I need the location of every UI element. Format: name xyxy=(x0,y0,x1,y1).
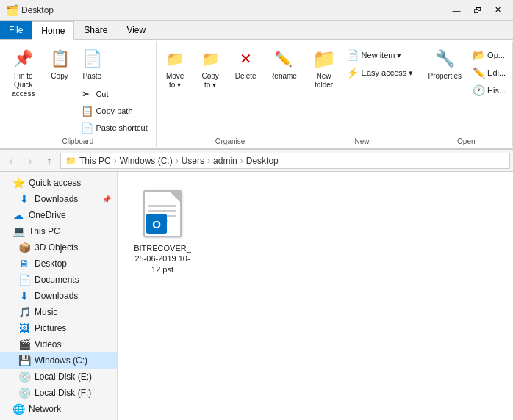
move-to-label: Moveto ▾ xyxy=(166,72,184,90)
forward-button[interactable]: › xyxy=(22,153,38,169)
open-label: Open xyxy=(457,137,475,145)
new-item-button[interactable]: 📄 New item ▾ xyxy=(342,47,417,63)
sidebar-item-local-e[interactable]: 💿 Local Disk (E:) xyxy=(0,369,117,385)
tab-home[interactable]: Home xyxy=(32,21,74,40)
path-desktop[interactable]: Desktop xyxy=(246,156,279,166)
easy-access-icon: ⚡ xyxy=(346,67,359,79)
delete-label: Delete xyxy=(235,72,256,81)
documents-icon: 📄 xyxy=(18,274,31,286)
cut-button[interactable]: ✂ Cut xyxy=(76,86,151,102)
ribbon-group-organise: 📁 Moveto ▾ 📁 Copyto ▾ ✕ Delete ✏️ Rename… xyxy=(157,41,305,147)
title-bar-title: Desktop xyxy=(21,5,54,15)
pictures-icon: 🖼 xyxy=(18,322,31,334)
minimize-button[interactable]: — xyxy=(447,3,466,18)
move-to-button[interactable]: 📁 Moveto ▾ xyxy=(158,44,192,93)
sidebar-item-network[interactable]: 🌐 Network xyxy=(0,401,117,417)
new-folder-icon: 📁 xyxy=(312,47,336,70)
desktop-icon: 🖥 xyxy=(18,258,31,269)
sidebar-item-downloads-quick[interactable]: ⬇ Downloads 📌 xyxy=(0,191,117,207)
pictures-label: Pictures xyxy=(35,323,66,333)
this-pc-label: This PC xyxy=(29,226,60,236)
tab-view[interactable]: View xyxy=(117,21,155,39)
sidebar-item-local-f[interactable]: 💿 Local Disk (F:) xyxy=(0,385,117,401)
file-item-bitrecover[interactable]: O BITRECOVER_25-06-2019 10-12.pst xyxy=(129,184,195,278)
title-bar: 🗂️ Desktop — 🗗 ✕ xyxy=(0,0,513,21)
sidebar-item-this-pc[interactable]: 💻 This PC xyxy=(0,223,117,239)
address-path[interactable]: 📁 This PC › Windows (C:) › Users › admin… xyxy=(60,153,510,169)
path-sep4: › xyxy=(240,156,243,166)
restore-button[interactable]: 🗗 xyxy=(467,3,487,18)
music-icon: 🎵 xyxy=(18,306,31,318)
clipboard-buttons: 📌 Pin to Quick access 📋 Copy 📄 Paste ✂ C… xyxy=(4,44,151,136)
address-bar: ‹ › ↑ 📁 This PC › Windows (C:) › Users ›… xyxy=(0,150,513,172)
downloads-label: Downloads xyxy=(35,291,78,301)
videos-label: Videos xyxy=(35,339,61,350)
local-f-icon: 💿 xyxy=(18,387,31,399)
path-admin[interactable]: admin xyxy=(213,156,237,166)
edit-button[interactable]: ✏️ Edi... xyxy=(468,65,509,81)
copy-path-icon: 📋 xyxy=(80,105,93,117)
copy-to-icon: 📁 xyxy=(198,47,222,70)
sidebar-item-onedrive[interactable]: ☁ OneDrive xyxy=(0,207,117,223)
windows-c-icon: 💾 xyxy=(18,355,31,366)
cut-label: Cut xyxy=(96,90,108,98)
new-label: New xyxy=(354,137,369,145)
new-folder-label: Newfolder xyxy=(315,72,333,90)
paste-shortcut-label: Paste shortcut xyxy=(96,123,147,132)
main-layout: ⭐ Quick access ⬇ Downloads 📌 ☁ OneDrive … xyxy=(0,172,513,420)
copy-label: Copy xyxy=(51,72,68,81)
sidebar-item-desktop[interactable]: 🖥 Desktop xyxy=(0,256,117,272)
sidebar-item-quick-access[interactable]: ⭐ Quick access xyxy=(0,175,117,191)
copy-to-button[interactable]: 📁 Copyto ▾ xyxy=(193,44,227,93)
properties-button[interactable]: 🔧 Properties xyxy=(423,44,467,84)
sidebar-item-music[interactable]: 🎵 Music xyxy=(0,304,117,320)
history-label: His... xyxy=(487,86,506,95)
quick-access-icon: ⭐ xyxy=(12,177,25,189)
easy-access-button[interactable]: ⚡ Easy access ▾ xyxy=(342,65,417,81)
this-pc-icon: 💻 xyxy=(12,225,25,237)
path-this-pc[interactable]: This PC xyxy=(79,156,111,166)
title-bar-controls: — 🗗 ✕ xyxy=(447,3,507,18)
new-buttons: 📁 Newfolder 📄 New item ▾ ⚡ Easy access ▾ xyxy=(307,44,417,136)
new-folder-button[interactable]: 📁 Newfolder xyxy=(307,44,341,93)
videos-icon: 🎬 xyxy=(18,338,31,350)
local-e-icon: 💿 xyxy=(18,371,31,383)
sidebar-item-pictures[interactable]: 🖼 Pictures xyxy=(0,320,117,336)
paste-shortcut-button[interactable]: 📄 Paste shortcut xyxy=(76,120,151,136)
path-sep1: › xyxy=(114,156,117,166)
edit-icon: ✏️ xyxy=(472,67,485,79)
file-name: BITRECOVER_25-06-2019 10-12.pst xyxy=(133,243,192,275)
back-button[interactable]: ‹ xyxy=(3,153,19,169)
local-f-label: Local Disk (F:) xyxy=(35,388,91,398)
copy-path-button[interactable]: 📋 Copy path xyxy=(76,103,151,119)
organise-buttons: 📁 Moveto ▾ 📁 Copyto ▾ ✕ Delete ✏️ Rename xyxy=(158,44,302,136)
sidebar-item-videos[interactable]: 🎬 Videos xyxy=(0,336,117,352)
ribbon-tabs: File Home Share View xyxy=(0,21,513,40)
history-button[interactable]: 🕐 His... xyxy=(468,82,509,98)
file-icon-wrapper: O xyxy=(139,187,186,240)
file-doc: O xyxy=(143,190,182,237)
pin-icon: 📌 xyxy=(12,47,35,70)
sidebar-item-downloads[interactable]: ⬇ Downloads xyxy=(0,288,117,304)
tab-file[interactable]: File xyxy=(0,21,32,39)
open-icon: 📂 xyxy=(472,49,485,61)
tab-share[interactable]: Share xyxy=(74,21,117,39)
open-button[interactable]: 📂 Op... xyxy=(468,47,509,63)
sidebar-item-documents[interactable]: 📄 Documents xyxy=(0,272,117,288)
onedrive-icon: ☁ xyxy=(12,209,25,221)
pin-to-quick-access-button[interactable]: 📌 Pin to Quick access xyxy=(4,44,43,101)
sidebar-item-3d-objects[interactable]: 📦 3D Objects xyxy=(0,239,117,256)
path-windows-c[interactable]: Windows (C:) xyxy=(120,156,173,166)
copy-button[interactable]: 📋 Copy xyxy=(44,44,76,84)
copy-path-label: Copy path xyxy=(96,106,132,115)
sidebar-item-windows-c[interactable]: 💾 Windows (C:) xyxy=(0,352,117,369)
outlook-badge: O xyxy=(146,214,167,234)
path-users[interactable]: Users xyxy=(182,156,204,166)
content-area: O BITRECOVER_25-06-2019 10-12.pst xyxy=(118,172,513,420)
rename-button[interactable]: ✏️ Rename xyxy=(264,44,302,84)
paste-button[interactable]: 📄 Paste xyxy=(76,44,107,84)
copy-to-label: Copyto ▾ xyxy=(201,72,218,90)
close-button[interactable]: ✕ xyxy=(488,3,507,18)
delete-button[interactable]: ✕ Delete xyxy=(229,44,262,84)
up-button[interactable]: ↑ xyxy=(41,153,57,169)
